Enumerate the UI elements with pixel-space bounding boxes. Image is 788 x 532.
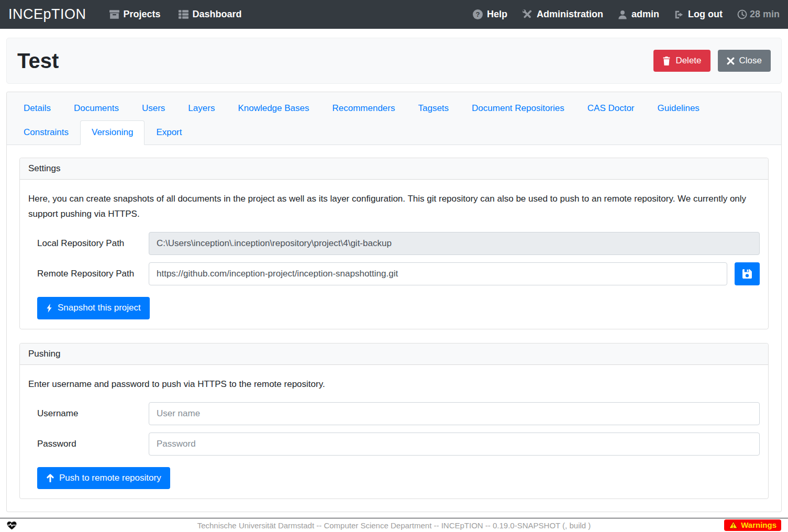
nav-user[interactable]: admin xyxy=(618,9,659,20)
tab-details[interactable]: Details xyxy=(12,96,62,120)
tab-recommenders[interactable]: Recommenders xyxy=(320,96,406,120)
username-row: Username xyxy=(28,402,760,425)
nav-dashboard[interactable]: Dashboard xyxy=(179,9,242,20)
tab-tagsets[interactable]: Tagsets xyxy=(406,96,460,120)
username-label: Username xyxy=(28,408,149,419)
footer: Technische Universität Darmstadt -- Comp… xyxy=(0,518,788,532)
push-to-remote-button[interactable]: Push to remote repository xyxy=(37,467,170,489)
snapshot-project-button[interactable]: Snapshot this project xyxy=(37,297,150,319)
footer-text: Technische Universität Darmstadt -- Comp… xyxy=(0,521,788,530)
project-title-panel: Test Delete Close xyxy=(6,38,782,84)
clock-icon xyxy=(737,9,747,19)
pushing-panel: Pushing Enter username and password to p… xyxy=(19,343,769,499)
floppy-save-icon xyxy=(741,268,753,280)
username-input[interactable] xyxy=(149,402,760,425)
pushing-description: Enter username and password to push via … xyxy=(28,376,760,392)
nav-projects[interactable]: Projects xyxy=(109,9,161,20)
user-icon xyxy=(618,10,627,19)
save-remote-path-button[interactable] xyxy=(735,262,760,285)
top-navbar: INCEpTION Projects Dashboard xyxy=(0,0,788,29)
projects-archive-icon xyxy=(109,10,119,19)
tab-cas-doctor[interactable]: CAS Doctor xyxy=(576,96,646,120)
logout-icon xyxy=(674,10,684,19)
remote-repository-label: Remote Repository Path xyxy=(28,269,149,279)
warnings-button[interactable]: Warnings xyxy=(724,519,781,531)
tab-documents[interactable]: Documents xyxy=(62,96,130,120)
password-label: Password xyxy=(28,439,149,449)
dashboard-list-icon xyxy=(179,10,188,19)
tab-knowledge-bases[interactable]: Knowledge Bases xyxy=(226,96,320,120)
close-button-label: Close xyxy=(739,55,762,66)
pushing-panel-title: Pushing xyxy=(20,343,768,365)
tab-document-repositories[interactable]: Document Repositories xyxy=(460,96,576,120)
tab-constraints[interactable]: Constraints xyxy=(12,120,80,145)
push-button-label: Push to remote repository xyxy=(59,472,161,484)
heartbeat-icon xyxy=(7,521,17,530)
nav-dashboard-label: Dashboard xyxy=(193,9,242,20)
remote-repository-row: Remote Repository Path xyxy=(28,262,760,285)
settings-panel-title: Settings xyxy=(20,158,768,180)
tab-layers[interactable]: Layers xyxy=(176,96,226,120)
local-repository-label: Local Repository Path xyxy=(28,238,149,249)
delete-button-label: Delete xyxy=(675,55,701,66)
local-repository-path-input xyxy=(149,232,760,255)
svg-text:?: ? xyxy=(475,10,480,18)
close-button[interactable]: Close xyxy=(718,50,771,72)
nav-help-label: Help xyxy=(487,9,507,20)
tab-row-1: Details Documents Users Layers Knowledge… xyxy=(12,96,776,120)
warning-triangle-icon xyxy=(729,521,738,529)
session-timer: 28 min xyxy=(737,9,780,20)
close-x-icon xyxy=(727,57,735,65)
settings-description: Here, you can create snapshots of all do… xyxy=(28,191,760,221)
nav-projects-label: Projects xyxy=(124,9,161,20)
project-settings-card: Details Documents Users Layers Knowledge… xyxy=(6,92,782,512)
settings-panel-body: Here, you can create snapshots of all do… xyxy=(20,180,768,329)
password-row: Password xyxy=(28,433,760,456)
nav-username-label: admin xyxy=(631,9,659,20)
trash-icon xyxy=(662,57,671,65)
tab-versioning[interactable]: Versioning xyxy=(80,120,145,145)
warnings-button-label: Warnings xyxy=(741,520,776,529)
tab-bar: Details Documents Users Layers Knowledge… xyxy=(7,92,781,145)
nav-help[interactable]: ? Help xyxy=(473,9,507,20)
snapshot-button-label: Snapshot this project xyxy=(58,302,141,314)
versioning-tab-content: Settings Here, you can create snapshots … xyxy=(7,145,781,512)
navbar-right-menu: ? Help Administration xyxy=(473,9,780,20)
tab-row-2: Constraints Versioning Export xyxy=(12,120,776,145)
lightning-bolt-icon xyxy=(46,304,53,313)
password-input[interactable] xyxy=(149,433,760,456)
settings-panel: Settings Here, you can create snapshots … xyxy=(19,158,769,329)
page-title: Test xyxy=(17,49,59,73)
arrow-up-icon xyxy=(46,474,54,482)
session-timer-label: 28 min xyxy=(750,9,780,20)
nav-administration-label: Administration xyxy=(537,9,603,20)
navbar-left-menu: Projects Dashboard xyxy=(109,9,242,20)
tab-users[interactable]: Users xyxy=(130,96,176,120)
pushing-panel-body: Enter username and password to push via … xyxy=(20,365,768,498)
nav-administration[interactable]: Administration xyxy=(522,9,603,20)
help-question-circle-icon: ? xyxy=(473,9,483,19)
tab-guidelines[interactable]: Guidelines xyxy=(646,96,711,120)
project-actions: Delete Close xyxy=(653,50,771,72)
app-logo[interactable]: INCEpTION xyxy=(8,6,86,23)
local-repository-row: Local Repository Path xyxy=(28,232,760,255)
remote-repository-path-input[interactable] xyxy=(149,262,727,285)
nav-logout[interactable]: Log out xyxy=(674,9,723,20)
tab-export[interactable]: Export xyxy=(145,120,193,145)
nav-logout-label: Log out xyxy=(688,9,723,20)
delete-button[interactable]: Delete xyxy=(653,50,710,72)
tools-icon xyxy=(522,9,532,19)
